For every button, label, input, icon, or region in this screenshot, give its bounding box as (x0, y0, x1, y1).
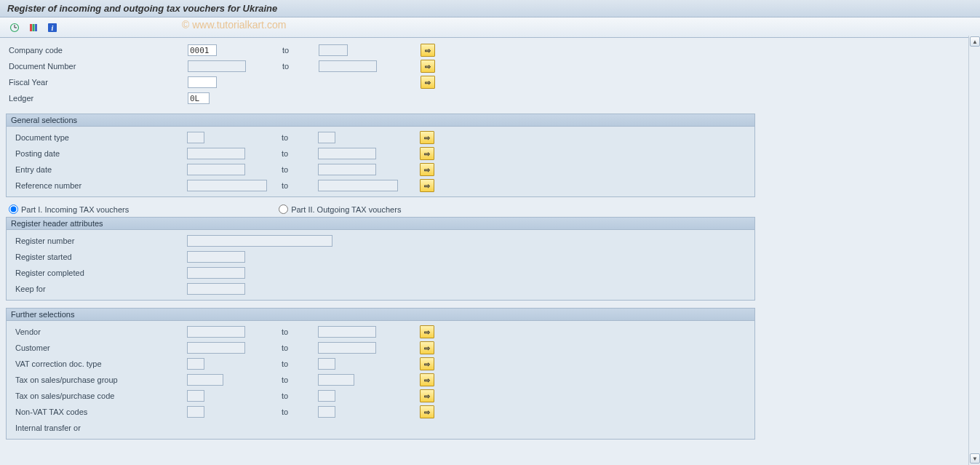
label-customer: Customer (12, 343, 187, 352)
keep-for-input[interactable] (187, 283, 245, 295)
tax-code-to[interactable] (318, 390, 335, 402)
multi-select-document-number[interactable]: ⇨ (421, 60, 435, 73)
watermark: © www.tutorialkart.com (182, 19, 286, 31)
label-internal-transfer: Internal transfer or (12, 424, 187, 432)
label-company-code: Company code (6, 46, 188, 55)
vertical-scrollbar[interactable]: ▲ ▼ (968, 36, 980, 465)
multi-select-document-type[interactable]: ⇨ (420, 131, 434, 144)
group-title-general: General selections (7, 114, 754, 127)
label-reference-number: Reference number (12, 181, 187, 190)
multi-select-customer[interactable]: ⇨ (420, 341, 434, 354)
register-started-input[interactable] (187, 251, 245, 263)
company-code-to[interactable] (319, 44, 348, 56)
document-type-from[interactable] (187, 132, 204, 143)
radio-part2-input[interactable] (279, 204, 288, 214)
label-vendor: Vendor (12, 327, 187, 336)
svg-rect-4 (33, 24, 35, 31)
radio-part1[interactable]: Part I. Incoming TAX vouchers (9, 204, 129, 214)
tax-code-from[interactable] (187, 390, 204, 402)
non-vat-from[interactable] (187, 406, 204, 418)
label-non-vat: Non-VAT TAX codes (12, 408, 187, 416)
customer-to[interactable] (318, 342, 376, 354)
label-tax-group: Tax on sales/purchase group (12, 375, 187, 384)
label-keep-for: Keep for (12, 285, 187, 293)
entry-date-from[interactable] (187, 164, 245, 175)
vat-corr-type-to[interactable] (318, 358, 335, 370)
radio-part2[interactable]: Part II. Outgoing TAX vouchers (279, 204, 401, 214)
fiscal-year-input[interactable] (188, 76, 217, 88)
label-vat-corr-type: VAT correction doc. type (12, 359, 187, 368)
vat-corr-type-from[interactable] (187, 358, 204, 370)
reference-number-to[interactable] (318, 180, 398, 191)
multi-select-fiscal-year[interactable]: ⇨ (421, 76, 435, 89)
group-title-further: Further selections (7, 309, 754, 321)
radio-parts: Part I. Incoming TAX vouchers Part II. O… (6, 204, 974, 214)
multi-select-tax-code[interactable]: ⇨ (420, 389, 434, 402)
row-company-code: Company code to ⇨ (6, 42, 974, 58)
reference-number-from[interactable] (187, 180, 267, 191)
group-title-header-attrs: Register header attributes (7, 218, 754, 230)
label-entry-date: Entry date (12, 165, 187, 174)
ledger-input[interactable] (188, 92, 210, 104)
group-further-selections: Further selections Vendor to ⇨ Customer … (6, 308, 755, 440)
label-register-number: Register number (12, 237, 187, 245)
vendor-from[interactable] (187, 326, 245, 338)
execute-icon[interactable] (7, 21, 22, 34)
scroll-down-icon[interactable]: ▼ (970, 453, 980, 464)
group-header-attributes: Register header attributes Register numb… (6, 217, 755, 301)
posting-date-from[interactable] (187, 148, 245, 159)
content-area: Company code to ⇨ Document Number to ⇨ F… (0, 38, 980, 444)
label-ledger: Ledger (6, 94, 188, 103)
document-number-from[interactable] (188, 60, 246, 72)
page-title: Register of incoming and outgoing tax vo… (0, 0, 980, 17)
tax-group-from[interactable] (187, 374, 223, 386)
variants-icon[interactable] (26, 21, 41, 34)
label-tax-code: Tax on sales/purchase code (12, 392, 187, 400)
posting-date-to[interactable] (318, 148, 376, 159)
label-fiscal-year: Fiscal Year (6, 78, 188, 87)
document-type-to[interactable] (318, 132, 335, 143)
non-vat-to[interactable] (318, 406, 335, 418)
label-register-started: Register started (12, 253, 187, 261)
to-label: to (282, 46, 319, 55)
svg-rect-3 (30, 24, 32, 31)
info-icon[interactable]: i (45, 21, 60, 34)
label-posting-date: Posting date (12, 149, 187, 158)
tax-group-to[interactable] (318, 374, 354, 386)
label-document-type: Document type (12, 133, 187, 142)
customer-from[interactable] (187, 342, 245, 354)
toolbar: i © www.tutorialkart.com (0, 17, 980, 38)
svg-text:i: i (52, 24, 54, 32)
register-number-input[interactable] (187, 235, 332, 247)
company-code-from[interactable] (188, 44, 217, 56)
register-completed-input[interactable] (187, 267, 245, 279)
group-general-selections: General selections Document type to ⇨ Po… (6, 114, 755, 197)
multi-select-posting-date[interactable]: ⇨ (420, 147, 434, 160)
multi-select-tax-group[interactable]: ⇨ (420, 373, 434, 386)
multi-select-entry-date[interactable]: ⇨ (420, 163, 434, 176)
label-register-completed: Register completed (12, 269, 187, 277)
entry-date-to[interactable] (318, 164, 376, 175)
multi-select-reference-number[interactable]: ⇨ (420, 179, 434, 192)
multi-select-vendor[interactable]: ⇨ (420, 325, 434, 338)
row-document-number: Document Number to ⇨ (6, 58, 974, 74)
svg-rect-5 (35, 24, 37, 31)
multi-select-non-vat[interactable]: ⇨ (420, 405, 434, 418)
document-number-to[interactable] (319, 60, 377, 72)
multi-select-vat-corr-type[interactable]: ⇨ (420, 357, 434, 370)
scroll-up-icon[interactable]: ▲ (970, 36, 980, 47)
radio-part1-input[interactable] (9, 204, 18, 214)
row-fiscal-year: Fiscal Year ⇨ (6, 74, 974, 90)
vendor-to[interactable] (318, 326, 376, 338)
row-ledger: Ledger (6, 90, 974, 106)
multi-select-company-code[interactable]: ⇨ (421, 44, 435, 57)
label-document-number: Document Number (6, 62, 188, 71)
